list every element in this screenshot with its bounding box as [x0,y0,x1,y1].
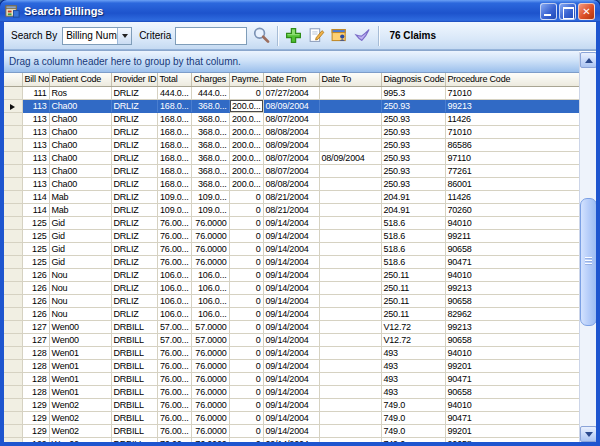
cell[interactable]: 76.0000 [191,255,229,268]
cell[interactable]: 76.0000 [191,398,229,411]
cell[interactable]: 76.0000 [191,242,229,255]
cell[interactable]: 493 [381,372,445,385]
view-details-icon[interactable] [330,26,349,45]
cell[interactable]: DRLIZ [111,125,157,138]
cell[interactable]: Cha00 [49,99,111,112]
edit-icon[interactable] [307,26,326,45]
cell[interactable]: 90658 [445,294,579,307]
cell[interactable]: Gid [49,216,111,229]
cell[interactable]: 204.91 [381,203,445,216]
table-row[interactable]: 128Wen01DRBILL76.00...76.0000009/14/2004… [4,385,579,398]
cell[interactable]: 518.6 [381,216,445,229]
cell[interactable]: 09/14/2004 [263,294,319,307]
cell[interactable]: 125 [22,229,49,242]
cell[interactable] [319,437,381,442]
cell[interactable]: 250.93 [381,164,445,177]
cell[interactable]: 0 [229,333,263,346]
column-header-total[interactable]: Total [157,73,191,86]
row-indicator[interactable] [4,424,22,437]
row-indicator[interactable] [4,229,22,242]
cell[interactable]: 09/14/2004 [263,372,319,385]
cell[interactable]: 09/14/2004 [263,268,319,281]
cell[interactable]: 493 [381,346,445,359]
cell[interactable]: Wen00 [49,320,111,333]
table-row[interactable]: 113Cha00DRLIZ168.0...368.0...200.0...08/… [4,99,579,112]
cell[interactable] [319,203,381,216]
cell[interactable]: 57.00... [157,320,191,333]
row-indicator[interactable] [4,255,22,268]
cell[interactable]: 09/14/2004 [263,359,319,372]
cell[interactable]: Nou [49,294,111,307]
cell[interactable]: 493 [381,385,445,398]
row-indicator[interactable] [4,372,22,385]
row-indicator[interactable] [4,307,22,320]
cell[interactable]: 109.0... [157,203,191,216]
table-row[interactable]: 125GidDRLIZ76.00...76.0000009/14/2004518… [4,255,579,268]
cell[interactable]: 200.0... [229,99,263,112]
cell[interactable]: 129 [22,424,49,437]
cell[interactable]: 114 [22,203,49,216]
column-header-diagnosis-code[interactable]: Diagnosis Code [381,73,445,86]
cell[interactable]: 109.0... [157,190,191,203]
cell[interactable] [319,229,381,242]
cell[interactable]: 200.0... [229,164,263,177]
cell[interactable] [319,164,381,177]
cell[interactable]: Cha00 [49,151,111,164]
row-indicator[interactable] [4,125,22,138]
table-row[interactable]: 128Wen01DRBILL76.00...76.0000009/14/2004… [4,346,579,359]
cell[interactable]: 200.0... [229,112,263,125]
cell[interactable]: 128 [22,372,49,385]
row-indicator[interactable] [4,359,22,372]
table-row[interactable]: 127Wen00DRBILL57.00...57.0000009/14/2004… [4,320,579,333]
cell[interactable]: 0 [229,320,263,333]
cell[interactable] [319,99,381,112]
cell[interactable]: 250.93 [381,177,445,190]
cell[interactable]: 368.0... [191,125,229,138]
row-indicator[interactable] [4,151,22,164]
cell[interactable] [319,320,381,333]
cell[interactable]: Nou [49,268,111,281]
table-row[interactable]: 129Wen02DRBILL76.00...76.0000009/14/2004… [4,437,579,442]
cell[interactable]: DRLIZ [111,190,157,203]
cell[interactable]: 128 [22,359,49,372]
cell[interactable]: DRBILL [111,346,157,359]
cell[interactable]: 0 [229,216,263,229]
column-header-bill-no[interactable]: Bill No. [22,73,49,86]
cell[interactable]: 0 [229,242,263,255]
cell[interactable]: 111 [22,86,49,99]
group-by-bar[interactable]: Drag a column header here to group by th… [4,51,579,73]
cell[interactable]: 113 [22,112,49,125]
cell[interactable]: DRBILL [111,372,157,385]
cell[interactable]: 08/09/2004 [263,138,319,151]
cell[interactable]: 09/14/2004 [263,346,319,359]
row-indicator[interactable] [4,86,22,99]
row-indicator[interactable] [4,437,22,442]
cell[interactable]: DRLIZ [111,112,157,125]
cell[interactable]: 106.0... [157,281,191,294]
cell[interactable]: DRLIZ [111,177,157,190]
cell[interactable]: 08/08/2004 [263,125,319,138]
cell[interactable]: 11426 [445,190,579,203]
cell[interactable]: DRLIZ [111,242,157,255]
cell[interactable]: 204.91 [381,190,445,203]
cell[interactable]: 08/07/2004 [263,112,319,125]
table-row[interactable]: 126NouDRLIZ106.0...106.0...009/14/200425… [4,294,579,307]
cell[interactable]: 90658 [445,333,579,346]
cell[interactable] [319,125,381,138]
cell[interactable]: 493 [381,359,445,372]
row-indicator[interactable] [4,112,22,125]
row-indicator-current[interactable] [4,99,22,112]
cell[interactable]: 97110 [445,151,579,164]
cell[interactable]: 09/14/2004 [263,437,319,442]
table-row[interactable]: 129Wen02DRBILL76.00...76.0000009/14/2004… [4,398,579,411]
cell[interactable]: 94010 [445,216,579,229]
cell[interactable]: Wen02 [49,411,111,424]
cell[interactable]: 125 [22,216,49,229]
cell[interactable]: 106.0... [157,307,191,320]
cell[interactable]: DRBILL [111,398,157,411]
cell[interactable]: 200.0... [229,177,263,190]
cell[interactable]: V12.72 [381,320,445,333]
cell[interactable]: Cha00 [49,112,111,125]
table-row[interactable]: 126NouDRLIZ106.0...106.0...009/14/200425… [4,281,579,294]
cell[interactable]: 76.00... [157,346,191,359]
